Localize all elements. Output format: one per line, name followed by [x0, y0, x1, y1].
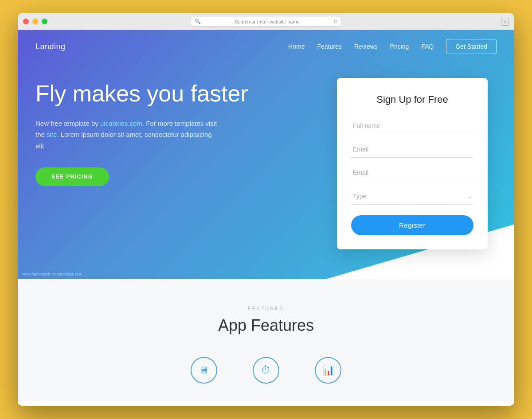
- search-icon: 🔍: [195, 19, 201, 24]
- full-name-input[interactable]: [351, 118, 473, 134]
- hero-desc-text3: . Lorem ipsum dolor sit amet, consectetu…: [35, 131, 212, 150]
- signup-card: Sign Up for Free Type ⌄ Register: [337, 78, 488, 249]
- watermark: www.heritagechristiancollege.com: [22, 272, 82, 276]
- type-select-label: Type: [353, 193, 366, 200]
- refresh-icon[interactable]: ↻: [333, 19, 337, 24]
- feature-item-3: 📊: [315, 357, 341, 384]
- email-input[interactable]: [351, 141, 473, 158]
- hero-description: New free template by uicookies.com. For …: [35, 118, 222, 152]
- address-bar[interactable]: 🔍 Search or enter website name ↻: [191, 17, 341, 27]
- chevron-down-icon: ⌄: [467, 193, 472, 199]
- chart-icon: 📊: [322, 365, 334, 376]
- feature-icon-clock: ⏱: [253, 357, 279, 384]
- hero-link-site[interactable]: site: [47, 131, 57, 138]
- maximize-button[interactable]: [42, 19, 47, 24]
- page-content: Landing Home Features Reviews Pricing FA…: [18, 30, 514, 406]
- type-select[interactable]: Type ⌄: [351, 188, 473, 205]
- email-field: [351, 141, 473, 158]
- address-text: Search or enter website name: [203, 19, 331, 24]
- feature-icon-monitor: 🖥: [191, 357, 217, 384]
- monitor-icon: 🖥: [199, 365, 209, 376]
- nav-link-pricing[interactable]: Pricing: [390, 43, 409, 50]
- clock-icon: ⏱: [261, 365, 271, 376]
- full-name-field: [351, 118, 473, 134]
- hero-link-uicookies[interactable]: uicookies.com: [100, 120, 142, 127]
- features-title: App Features: [35, 316, 497, 335]
- hero-section: Landing Home Features Reviews Pricing FA…: [18, 30, 514, 279]
- feature-icon-chart: 📊: [315, 357, 341, 384]
- close-button[interactable]: [23, 19, 29, 24]
- nav-link-home[interactable]: Home: [288, 43, 305, 50]
- features-icons: 🖥 ⏱ 📊: [35, 357, 497, 384]
- nav-link-features[interactable]: Features: [317, 43, 341, 50]
- feature-item-2: ⏱: [253, 357, 279, 384]
- minimize-button[interactable]: [32, 19, 38, 24]
- hero-content: Fly makes you faster New free template b…: [18, 63, 275, 221]
- new-tab-button[interactable]: +: [501, 18, 509, 26]
- nav-logo: Landing: [35, 42, 66, 51]
- nav-cta-button[interactable]: Get Started: [446, 39, 497, 54]
- navigation: Landing Home Features Reviews Pricing FA…: [18, 30, 514, 63]
- nav-link-reviews[interactable]: Reviews: [354, 43, 378, 50]
- features-label: FEATURES: [35, 306, 497, 311]
- hero-desc-text1: New free template by: [35, 120, 100, 127]
- traffic-lights: [23, 19, 47, 24]
- hero-title: Fly makes you faster: [35, 81, 257, 107]
- feature-item-1: 🖥: [191, 357, 217, 384]
- nav-link-faq[interactable]: FAQ: [421, 43, 434, 50]
- nav-links: Home Features Reviews Pricing FAQ Get St…: [288, 39, 497, 54]
- features-section: FEATURES App Features 🖥 ⏱ 📊: [18, 279, 514, 401]
- register-button[interactable]: Register: [351, 215, 473, 235]
- see-pricing-button[interactable]: SEE PRICING: [35, 167, 109, 186]
- signup-title: Sign Up for Free: [351, 94, 473, 105]
- mac-window: 🔍 Search or enter website name ↻ + Landi…: [18, 13, 514, 406]
- titlebar: 🔍 Search or enter website name ↻ +: [18, 13, 514, 30]
- confirm-email-input[interactable]: [351, 165, 473, 181]
- confirm-email-field: [351, 165, 473, 181]
